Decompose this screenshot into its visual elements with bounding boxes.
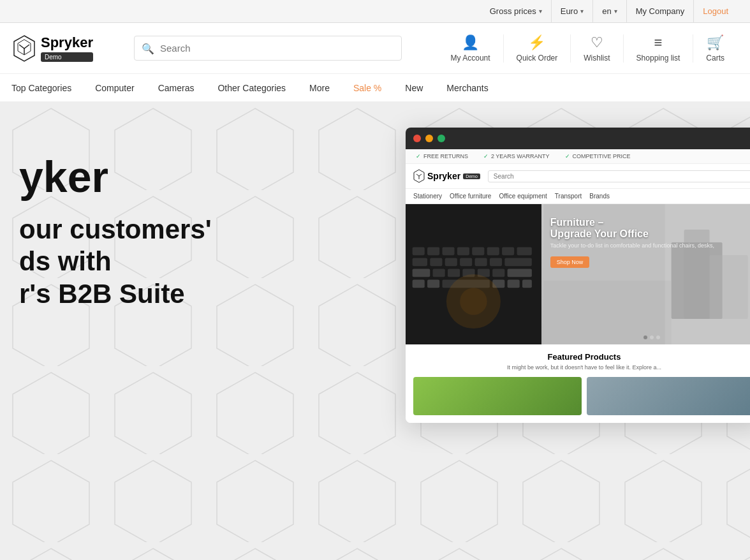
quick-order-button[interactable]: ⚡ Quick Order xyxy=(504,34,571,63)
featured-products-list xyxy=(413,377,750,415)
search-icon: 🔍 xyxy=(142,42,154,54)
account-icon: 👤 xyxy=(462,34,479,51)
logo-text: Spryker xyxy=(41,34,93,51)
svg-rect-17 xyxy=(490,258,502,266)
nav-item-sale[interactable]: Sale % xyxy=(342,74,393,101)
product-image-2 xyxy=(587,377,750,415)
svg-rect-25 xyxy=(508,269,532,277)
inner-nav-stationery[interactable]: Stationery xyxy=(413,193,442,200)
my-account-label: My Account xyxy=(451,54,490,63)
svg-rect-5 xyxy=(427,247,439,255)
featured-products-subtitle: It might be work, but it doesn't have to… xyxy=(413,364,750,371)
svg-rect-8 xyxy=(472,247,484,255)
carousel-dot-1 xyxy=(643,335,647,339)
shopping-list-icon: ≡ xyxy=(654,34,663,51)
logout-button[interactable]: Logout xyxy=(694,0,737,22)
wishlist-icon: ♡ xyxy=(591,34,603,51)
svg-rect-38 xyxy=(543,281,671,344)
search-input[interactable] xyxy=(134,36,402,61)
inner-logo-text: Spryker xyxy=(427,171,460,181)
check-warranty: ✓ 2 YEARS WARRANTY xyxy=(483,153,550,159)
spryker-logo-icon xyxy=(13,34,36,63)
wishlist-label: Wishlist xyxy=(584,54,610,63)
hero-section: yker our customers' ds with r's B2B Suit… xyxy=(0,102,750,560)
svg-rect-6 xyxy=(442,247,454,255)
featured-products-title: Featured Products xyxy=(413,352,750,362)
language-selector[interactable]: en ▾ xyxy=(593,0,626,22)
chevron-down-icon: ▾ xyxy=(614,8,617,15)
svg-rect-26 xyxy=(413,280,425,288)
inner-nav-transport[interactable]: Transport xyxy=(555,193,582,200)
inner-hero-right: Furniture –Upgrade Your Office Tackle yo… xyxy=(541,204,750,344)
product-item-2[interactable] xyxy=(587,377,750,415)
inner-hero: Furniture –Upgrade Your Office Tackle yo… xyxy=(406,204,750,344)
inner-nav-office-furniture[interactable]: Office furniture xyxy=(450,193,491,200)
chevron-down-icon: ▾ xyxy=(580,8,584,15)
featured-products-section: Featured Products It might be work, but … xyxy=(406,344,750,423)
svg-point-33 xyxy=(460,288,487,315)
quick-order-label: Quick Order xyxy=(517,54,558,63)
inner-search-input[interactable] xyxy=(488,170,750,182)
svg-rect-4 xyxy=(413,247,425,255)
inner-logo: Spryker Demo xyxy=(413,169,480,183)
main-nav: Top Categories Computer Cameras Other Ca… xyxy=(0,74,750,102)
hero-subtitle: our customers' ds with r's B2B Suite xyxy=(19,214,408,310)
svg-rect-14 xyxy=(445,258,457,266)
carousel-dot-3 xyxy=(656,335,660,339)
svg-rect-9 xyxy=(487,247,499,255)
carts-button[interactable]: 🛒 Carts xyxy=(693,34,737,63)
chevron-down-icon: ▾ xyxy=(539,8,542,15)
nav-item-new[interactable]: New xyxy=(393,74,435,101)
inner-nav-office-equipment[interactable]: Office equipment xyxy=(499,193,547,200)
checkmark-icon: ✓ xyxy=(416,153,421,159)
logo[interactable]: Spryker Demo xyxy=(13,34,115,63)
nav-item-merchants[interactable]: Merchants xyxy=(435,74,500,101)
carousel-dots xyxy=(643,335,660,339)
shop-now-button[interactable]: Shop Now xyxy=(550,256,590,268)
browser-maximize-dot xyxy=(438,135,445,142)
svg-rect-24 xyxy=(492,269,504,277)
svg-rect-19 xyxy=(413,269,430,277)
browser-titlebar xyxy=(406,128,750,149)
product-image-1 xyxy=(413,377,582,415)
gross-prices-selector[interactable]: Gross prices ▾ xyxy=(481,0,552,22)
svg-rect-13 xyxy=(430,258,442,266)
inner-hero-content: Furniture –Upgrade Your Office Tackle yo… xyxy=(541,204,750,281)
svg-rect-7 xyxy=(457,247,469,255)
company-selector[interactable]: My Company xyxy=(627,0,695,22)
svg-rect-16 xyxy=(475,258,487,266)
svg-rect-27 xyxy=(427,280,439,288)
browser-minimize-dot xyxy=(425,135,433,142)
carts-icon: 🛒 xyxy=(707,34,724,51)
nav-item-cameras[interactable]: Cameras xyxy=(147,74,207,101)
check-price: ✓ COMPETITIVE PRICE xyxy=(565,153,631,159)
my-account-button[interactable]: 👤 My Account xyxy=(438,34,504,63)
checkmark-icon: ✓ xyxy=(565,153,570,159)
nav-item-other-categories[interactable]: Other Categories xyxy=(206,74,298,101)
check-returns: ✓ FREE RETURNS xyxy=(416,153,468,159)
nav-item-top-categories[interactable]: Top Categories xyxy=(0,74,84,101)
inner-hero-title: Furniture –Upgrade Your Office xyxy=(550,217,750,240)
search-bar: 🔍 xyxy=(134,36,402,61)
svg-rect-15 xyxy=(460,258,472,266)
inner-nav-brands[interactable]: Brands xyxy=(589,193,610,200)
hero-title-line1: yker xyxy=(19,153,408,201)
svg-rect-31 xyxy=(522,280,532,288)
wishlist-button[interactable]: ♡ Wishlist xyxy=(571,34,623,63)
currency-selector[interactable]: Euro ▾ xyxy=(552,0,593,22)
checks-bar: ✓ FREE RETURNS ✓ 2 YEARS WARRANTY ✓ COMP… xyxy=(406,149,750,164)
header-actions: 👤 My Account ⚡ Quick Order ♡ Wishlist ≡ … xyxy=(438,34,737,63)
svg-rect-11 xyxy=(517,247,531,255)
hero-text: yker our customers' ds with r's B2B Suit… xyxy=(0,153,408,310)
carousel-dot-2 xyxy=(650,335,654,339)
shopping-list-label: Shopping list xyxy=(636,54,680,63)
shopping-list-button[interactable]: ≡ Shopping list xyxy=(624,34,694,63)
svg-rect-30 xyxy=(508,280,520,288)
inner-header: Spryker Demo xyxy=(406,164,750,189)
product-item-1[interactable] xyxy=(413,377,582,415)
carts-label: Carts xyxy=(706,54,724,63)
nav-item-computer[interactable]: Computer xyxy=(84,74,146,101)
quick-order-icon: ⚡ xyxy=(528,34,545,51)
nav-item-more[interactable]: More xyxy=(298,74,342,101)
header: Spryker Demo 🔍 👤 My Account ⚡ Quick Orde… xyxy=(0,23,750,74)
